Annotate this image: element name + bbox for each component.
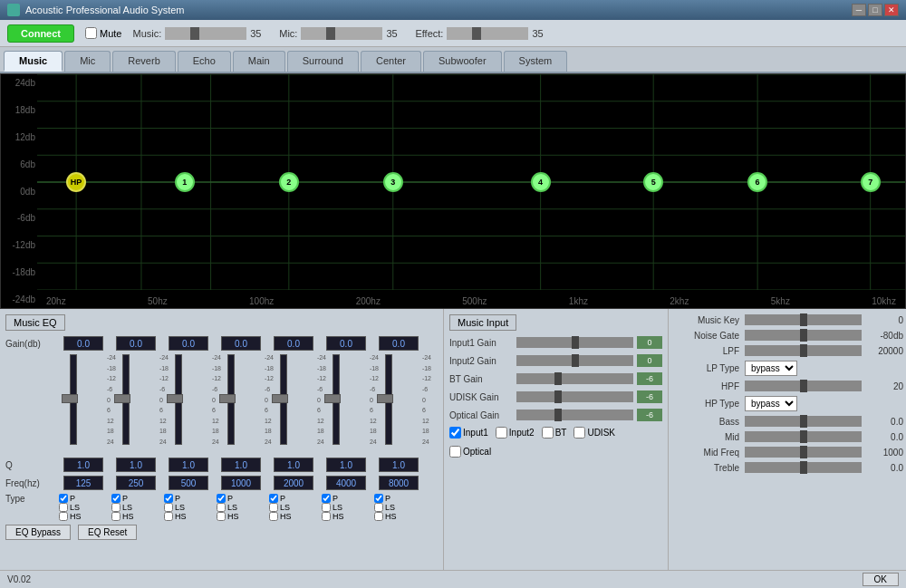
type-check-6-hs[interactable]	[374, 512, 383, 521]
freq-input-2[interactable]	[169, 476, 208, 490]
input-checkbox-input1[interactable]	[449, 427, 461, 439]
connect-button[interactable]: Connect	[7, 24, 74, 43]
input-checkbox-bt[interactable]	[542, 427, 554, 439]
right-slider-2[interactable]	[745, 345, 862, 356]
gain-slider-0[interactable]	[516, 337, 633, 348]
q-input-2[interactable]	[169, 458, 208, 472]
gain-slider-3[interactable]	[516, 391, 633, 402]
fader-thumb-0[interactable]	[62, 394, 78, 403]
right-slider-6[interactable]	[745, 416, 862, 427]
tab-center[interactable]: Center	[361, 51, 421, 72]
fader-thumb-6[interactable]	[377, 394, 393, 403]
right-select-5[interactable]: bypass6dB12dB18dB24dB	[745, 396, 797, 411]
q-input-6[interactable]	[379, 458, 419, 472]
tab-surround[interactable]: Surround	[287, 51, 359, 72]
type-check-6-p[interactable]	[374, 494, 383, 503]
type-check-6-ls[interactable]	[374, 503, 383, 512]
type-check-4-hs[interactable]	[269, 512, 278, 521]
freq-input-0[interactable]	[63, 476, 103, 490]
type-check-1-p[interactable]	[111, 494, 120, 503]
type-check-5-hs[interactable]	[322, 512, 331, 521]
right-slider-8[interactable]	[745, 447, 862, 458]
type-check-3-p[interactable]	[217, 494, 226, 503]
tab-music[interactable]: Music	[4, 51, 63, 72]
right-slider-4[interactable]	[745, 381, 862, 391]
eq-node-1[interactable]: 1	[175, 172, 195, 192]
ok-button[interactable]: OK	[863, 573, 899, 586]
gain-value-2[interactable]	[637, 372, 662, 385]
type-check-1-hs[interactable]	[111, 512, 120, 521]
fader-thumb-4[interactable]	[272, 394, 288, 403]
gain-slider-1[interactable]	[516, 355, 633, 366]
tab-reverb[interactable]: Reverb	[112, 51, 175, 72]
type-check-2-p[interactable]	[164, 494, 173, 503]
tab-main[interactable]: Main	[233, 51, 285, 72]
type-check-0-hs[interactable]	[59, 512, 68, 521]
gain-input-2[interactable]	[169, 336, 208, 351]
eq-reset-button[interactable]: EQ Reset	[78, 525, 137, 540]
gain-input-5[interactable]	[326, 336, 366, 351]
type-check-2-hs[interactable]	[164, 512, 173, 521]
right-slider-1[interactable]	[745, 330, 862, 341]
fader-thumb-2[interactable]	[167, 394, 183, 403]
freq-input-6[interactable]	[379, 476, 419, 490]
gain-slider-2[interactable]	[516, 373, 633, 384]
mute-checkbox[interactable]	[85, 27, 97, 39]
music-slider[interactable]	[165, 27, 246, 40]
fader-thumb-1[interactable]	[114, 394, 130, 403]
freq-input-1[interactable]	[116, 476, 156, 490]
gain-input-1[interactable]	[116, 336, 156, 351]
type-check-1-ls[interactable]	[111, 503, 120, 512]
right-slider-0[interactable]	[745, 314, 862, 325]
tab-subwoofer[interactable]: Subwoofer	[423, 51, 502, 72]
q-input-4[interactable]	[274, 458, 313, 472]
freq-input-4[interactable]	[274, 476, 313, 490]
gain-input-6[interactable]	[379, 336, 419, 351]
q-input-5[interactable]	[326, 458, 366, 472]
type-check-4-p[interactable]	[269, 494, 278, 503]
gain-input-0[interactable]	[63, 336, 103, 351]
eq-node-6[interactable]: 6	[747, 172, 767, 192]
tab-system[interactable]: System	[504, 51, 568, 72]
eq-node-5[interactable]: 5	[643, 172, 663, 192]
eq-node-hp[interactable]: HP	[66, 172, 86, 192]
gain-value-4[interactable]	[637, 409, 662, 421]
eq-node-2[interactable]: 2	[279, 172, 299, 192]
gain-value-3[interactable]	[637, 390, 662, 403]
eq-node-3[interactable]: 3	[383, 172, 403, 192]
minimize-btn[interactable]: ─	[852, 4, 866, 16]
type-check-5-ls[interactable]	[322, 503, 331, 512]
input-checkbox-optical[interactable]	[449, 446, 461, 458]
freq-input-5[interactable]	[326, 476, 366, 490]
type-check-4-ls[interactable]	[269, 503, 278, 512]
type-check-0-ls[interactable]	[59, 503, 68, 512]
close-btn[interactable]: ✕	[884, 4, 899, 16]
type-check-2-ls[interactable]	[164, 503, 173, 512]
fader-thumb-3[interactable]	[219, 394, 236, 403]
eq-bypass-button[interactable]: EQ Bypass	[5, 525, 71, 540]
right-slider-9[interactable]	[745, 462, 862, 473]
q-input-3[interactable]	[221, 458, 261, 472]
eq-node-4[interactable]: 4	[531, 172, 551, 192]
fader-thumb-5[interactable]	[324, 394, 341, 403]
gain-slider-4[interactable]	[516, 410, 633, 420]
type-check-0-p[interactable]	[59, 494, 68, 503]
gain-input-3[interactable]	[221, 336, 261, 351]
eq-node-7[interactable]: 7	[861, 172, 881, 192]
freq-input-3[interactable]	[221, 476, 261, 490]
gain-value-0[interactable]	[637, 336, 662, 349]
tab-echo[interactable]: Echo	[178, 51, 231, 72]
tab-mic[interactable]: Mic	[64, 51, 111, 72]
type-check-3-ls[interactable]	[217, 503, 226, 512]
q-input-0[interactable]	[63, 458, 103, 472]
input-checkbox-udisk[interactable]	[573, 427, 585, 439]
effect-slider[interactable]	[447, 27, 528, 40]
q-input-1[interactable]	[116, 458, 156, 472]
gain-input-4[interactable]	[274, 336, 313, 351]
type-check-3-hs[interactable]	[217, 512, 226, 521]
mic-slider[interactable]	[301, 27, 382, 40]
gain-value-1[interactable]	[637, 354, 662, 367]
right-slider-7[interactable]	[745, 431, 862, 442]
maximize-btn[interactable]: □	[868, 4, 882, 16]
type-check-5-p[interactable]	[322, 494, 331, 503]
